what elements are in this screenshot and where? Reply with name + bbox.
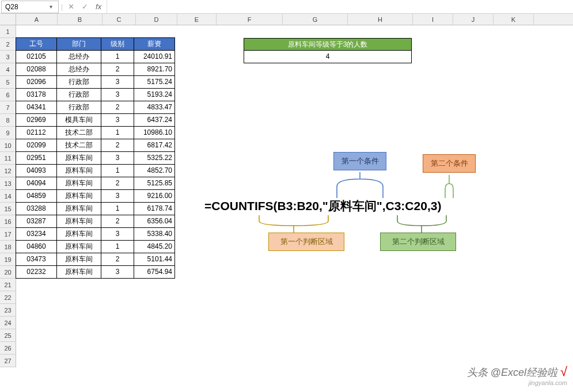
cell[interactable]: 原料车间 (56, 164, 101, 177)
cell[interactable]: 5193.24 (134, 88, 175, 101)
row-header[interactable]: 8 (0, 114, 16, 127)
confirm-icon[interactable]: ✓ (79, 1, 90, 13)
cell[interactable]: 原料车间 (56, 189, 101, 203)
cell[interactable]: 3 (101, 189, 134, 203)
cell[interactable]: 02232 (16, 265, 57, 279)
cell[interactable]: 4845.20 (134, 240, 175, 253)
cell[interactable]: 6754.94 (134, 265, 175, 279)
cell[interactable]: 总经办 (56, 63, 101, 76)
cell[interactable]: 5338.40 (134, 227, 175, 241)
cell[interactable]: 04859 (16, 189, 57, 203)
cell[interactable]: 9216.00 (134, 189, 175, 203)
cell[interactable]: 3 (101, 151, 134, 165)
cell[interactable]: 04860 (16, 240, 57, 253)
cell[interactable]: 1 (101, 50, 134, 63)
cell[interactable]: 模具车间 (56, 113, 101, 127)
cell[interactable]: 02969 (16, 113, 57, 127)
cell[interactable]: 3 (101, 75, 134, 89)
cell[interactable]: 原料车间 (56, 227, 101, 241)
cell[interactable]: 03178 (16, 88, 57, 101)
select-all-corner[interactable] (0, 14, 16, 25)
row-header[interactable]: 27 (0, 355, 16, 367)
cell[interactable]: 3 (101, 265, 134, 279)
col-header-D[interactable]: D (136, 14, 177, 25)
cell[interactable]: 04093 (16, 164, 57, 177)
cell[interactable]: 原料车间 (56, 265, 101, 279)
cell[interactable]: 02112 (16, 126, 57, 139)
header-salary[interactable]: 薪资 (134, 37, 175, 51)
cell[interactable]: 03287 (16, 215, 57, 228)
col-header-I[interactable]: I (413, 14, 453, 25)
cell[interactable]: 6178.74 (134, 202, 175, 215)
col-header-E[interactable]: E (177, 14, 217, 25)
cell[interactable]: 2 (101, 215, 134, 228)
cell[interactable]: 5325.22 (134, 151, 175, 165)
row-header[interactable]: 22 (0, 291, 16, 304)
row-header[interactable]: 14 (0, 190, 16, 203)
row-header[interactable]: 7 (0, 101, 16, 114)
col-header-J[interactable]: J (453, 14, 494, 25)
cell[interactable]: 04094 (16, 177, 57, 190)
row-header[interactable]: 21 (0, 279, 16, 291)
cancel-icon[interactable]: ✕ (65, 1, 77, 13)
row-header[interactable]: 20 (0, 266, 16, 279)
cell[interactable]: 3 (101, 88, 134, 101)
cell[interactable]: 10986.10 (134, 126, 175, 139)
cell[interactable]: 原料车间 (56, 177, 101, 190)
cell[interactable]: 总经办 (56, 50, 101, 63)
cell[interactable]: 1 (101, 164, 134, 177)
name-box[interactable]: Q28 ▾ (1, 1, 59, 13)
cell[interactable]: 02951 (16, 151, 57, 165)
cell[interactable]: 原料车间 (56, 202, 101, 215)
row-header[interactable]: 16 (0, 215, 16, 228)
result-value[interactable]: 4 (244, 51, 412, 63)
cell[interactable]: 2 (101, 253, 134, 266)
cell[interactable]: 2 (101, 101, 134, 114)
cell[interactable]: 03288 (16, 202, 57, 215)
row-header[interactable]: 11 (0, 152, 16, 165)
col-header-G[interactable]: G (283, 14, 348, 25)
row-header[interactable]: 19 (0, 253, 16, 266)
cell[interactable]: 6437.24 (134, 113, 175, 127)
cell[interactable]: 行政部 (56, 101, 101, 114)
cell[interactable]: 02105 (16, 50, 57, 63)
cell[interactable]: 1 (101, 202, 134, 215)
row-header[interactable]: 13 (0, 177, 16, 190)
row-header[interactable]: 3 (0, 51, 16, 63)
col-header-F[interactable]: F (217, 14, 283, 25)
cell[interactable]: 6356.04 (134, 215, 175, 228)
cell[interactable]: 4833.47 (134, 101, 175, 114)
row-header[interactable]: 10 (0, 139, 16, 152)
cell[interactable]: 原料车间 (56, 240, 101, 253)
fx-icon[interactable]: fx (93, 1, 104, 13)
cell[interactable]: 02099 (16, 139, 57, 152)
cell[interactable]: 02096 (16, 75, 57, 89)
row-header[interactable]: 9 (0, 127, 16, 139)
cell[interactable]: 3 (101, 113, 134, 127)
cell[interactable]: 行政部 (56, 88, 101, 101)
result-title[interactable]: 原料车间等级等于3的人数 (244, 38, 412, 51)
cell[interactable]: 行政部 (56, 75, 101, 89)
header-dept[interactable]: 部门 (56, 37, 101, 51)
cell[interactable]: 2 (101, 177, 134, 190)
row-header[interactable]: 24 (0, 317, 16, 329)
cell[interactable]: 5175.24 (134, 75, 175, 89)
row-header[interactable]: 4 (0, 63, 16, 76)
cell[interactable]: 2 (101, 63, 134, 76)
row-header[interactable]: 12 (0, 165, 16, 177)
cell[interactable]: 4852.70 (134, 164, 175, 177)
formula-input[interactable] (107, 1, 573, 13)
cell[interactable]: 8921.70 (134, 63, 175, 76)
cell[interactable]: 6817.42 (134, 139, 175, 152)
cell[interactable]: 5125.85 (134, 177, 175, 190)
cell[interactable]: 原料车间 (56, 151, 101, 165)
row-header[interactable]: 18 (0, 241, 16, 253)
cell[interactable]: 04341 (16, 101, 57, 114)
col-header-A[interactable]: A (16, 14, 58, 25)
row-header[interactable]: 17 (0, 228, 16, 241)
cell[interactable]: 技术二部 (56, 139, 101, 152)
cell[interactable]: 1 (101, 126, 134, 139)
row-header[interactable]: 23 (0, 304, 16, 317)
cell[interactable]: 24010.91 (134, 50, 175, 63)
header-level[interactable]: 级别 (101, 37, 134, 51)
